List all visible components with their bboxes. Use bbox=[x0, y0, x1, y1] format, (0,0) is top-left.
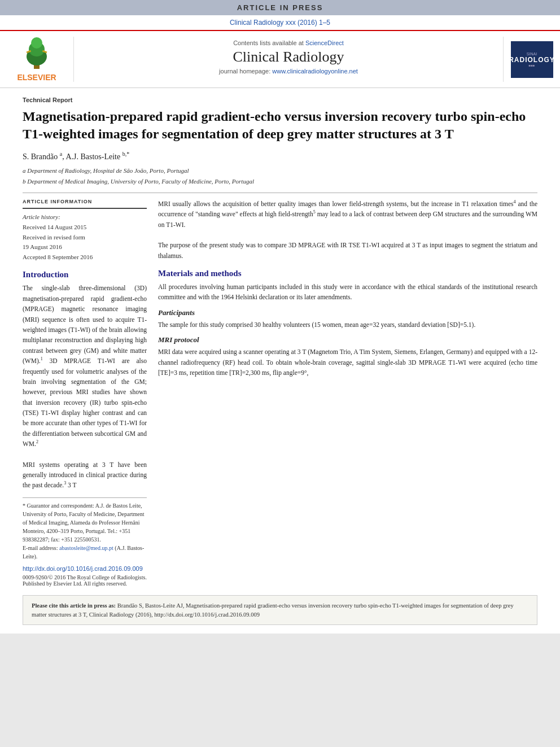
article-type-label: Technical Report bbox=[23, 97, 537, 103]
footnote-star: * Guarantor and correspondent: A.J. de B… bbox=[23, 501, 147, 544]
sciencedirect-link[interactable]: ScienceDirect bbox=[305, 40, 344, 46]
left-column: ARTICLE INFORMATION Article history: Rec… bbox=[23, 199, 147, 587]
header-center: Contents lists available at ScienceDirec… bbox=[73, 37, 504, 82]
header-right: SINAI RADIOLOGY ■■■ bbox=[504, 37, 560, 82]
divider bbox=[23, 193, 537, 193]
article-title: Magnetisation-prepared rapid gradient-ec… bbox=[23, 108, 537, 143]
right-column: MRI usually allows the acquisition of be… bbox=[158, 199, 537, 587]
footnote-divider bbox=[23, 497, 147, 498]
received-revised-label: Received in revised form bbox=[23, 233, 147, 243]
homepage-label: journal homepage: bbox=[219, 68, 270, 75]
email-label: E-mail address: bbox=[23, 545, 58, 551]
intro-section-title: Introduction bbox=[23, 270, 147, 279]
header-left: ELSEVIER bbox=[0, 37, 73, 82]
email-link[interactable]: abastosleite@med.up.pt bbox=[59, 545, 113, 551]
journal-info-bar: Clinical Radiology xxx (2016) 1–5 bbox=[0, 15, 560, 30]
article-info-box: ARTICLE INFORMATION Article history: Rec… bbox=[23, 199, 147, 262]
participants-title: Participants bbox=[158, 308, 537, 317]
materials-p1: All procedures involving human participa… bbox=[158, 282, 537, 303]
page-wrapper: ARTICLE IN PRESS Clinical Radiology xxx … bbox=[0, 0, 560, 634]
article-in-press-banner: ARTICLE IN PRESS bbox=[0, 0, 560, 15]
received-date: Received 14 August 2015 bbox=[23, 222, 147, 233]
copyright-text: 0009-9260/© 2016 The Royal College of Ra… bbox=[23, 574, 147, 587]
affiliations: a Department of Radiology, Hospital de S… bbox=[23, 166, 537, 186]
homepage-line: journal homepage: www.clinicalradiologyo… bbox=[80, 68, 497, 75]
svg-point-3 bbox=[31, 37, 42, 49]
citation-box: Please cite this article in press as: Br… bbox=[23, 595, 537, 626]
article-history-text: Received 14 August 2015 Received in revi… bbox=[23, 222, 147, 262]
elsevier-wordmark: ELSEVIER bbox=[17, 73, 56, 82]
article-history-label: Article history: bbox=[23, 213, 147, 220]
right-col-intro-p2: The purpose of the present study was to … bbox=[158, 240, 537, 261]
revised-date: 19 August 2016 bbox=[23, 242, 147, 252]
intro-paragraph2: MRI systems operating at 3 T have been g… bbox=[23, 460, 147, 491]
materials-title: Materials and methods bbox=[158, 269, 537, 278]
sciencedirect-label: Contents lists available at bbox=[233, 40, 304, 46]
citation-please: Please cite this article in press as: bbox=[32, 602, 116, 609]
journal-info-text: Clinical Radiology xxx (2016) 1–5 bbox=[230, 19, 330, 27]
elsevier-logo: ELSEVIER bbox=[14, 37, 59, 82]
affiliation-a: a Department of Radiology, Hospital de S… bbox=[23, 166, 537, 176]
two-col-layout: ARTICLE INFORMATION Article history: Rec… bbox=[23, 199, 537, 587]
radiology-logo: SINAI RADIOLOGY ■■■ bbox=[511, 41, 553, 78]
journal-title: Clinical Radiology bbox=[80, 49, 497, 65]
authors-line: S. Brandão a, A.J. Bastos-Leite b,* bbox=[23, 151, 537, 161]
accepted-date: Accepted 8 September 2016 bbox=[23, 252, 147, 263]
footnote-star-text: * Guarantor and correspondent: A.J. de B… bbox=[23, 503, 145, 543]
header-section: ELSEVIER Contents lists available at Sci… bbox=[0, 30, 560, 88]
participants-text: The sample for this study comprised 30 h… bbox=[158, 320, 537, 330]
banner-text: ARTICLE IN PRESS bbox=[237, 3, 323, 12]
author-bastos-leite: A.J. Bastos-Leite b,* bbox=[65, 152, 129, 161]
footnote-email: E-mail address: abastosleite@med.up.pt (… bbox=[23, 544, 147, 561]
right-col-intro-p1: MRI usually allows the acquisition of be… bbox=[158, 199, 537, 230]
homepage-url[interactable]: www.clinicalradiologyonline.net bbox=[272, 68, 358, 75]
mri-protocol-title: MRI protocol bbox=[158, 335, 537, 344]
article-info-divider bbox=[23, 208, 147, 209]
article-info-title: ARTICLE INFORMATION bbox=[23, 199, 147, 204]
sciencedirect-line: Contents lists available at ScienceDirec… bbox=[80, 40, 497, 46]
mri-protocol-text: MRI data were acquired using a scanner o… bbox=[158, 347, 537, 378]
main-content: Technical Report Magnetisation-prepared … bbox=[0, 88, 560, 634]
citation-text: Please cite this article in press as: Br… bbox=[32, 601, 528, 619]
author-brandao: S. Brandão a bbox=[23, 152, 62, 161]
elsevier-tree-icon bbox=[14, 37, 59, 71]
intro-paragraph1: The single-slab three-dimensional (3D) m… bbox=[23, 283, 147, 449]
doi-link[interactable]: http://dx.doi.org/10.1016/j.crad.2016.09… bbox=[23, 565, 147, 572]
affiliation-b: b Department of Medical Imaging, Univers… bbox=[23, 177, 537, 186]
